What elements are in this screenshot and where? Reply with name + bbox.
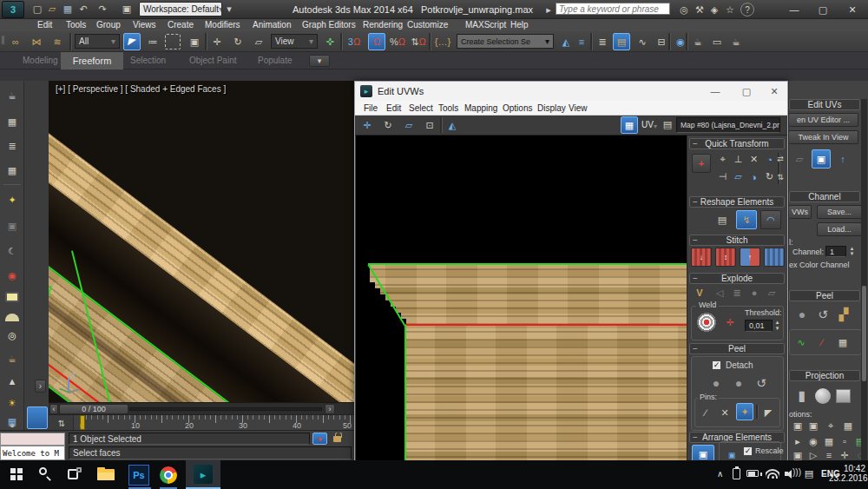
project-folder-icon[interactable]: ▣ [120,2,134,16]
channel-value-field[interactable]: 1 [825,246,846,257]
snaps-toggle-icon[interactable]: 3Ω [345,33,363,50]
pin-select-tool-icon[interactable]: ◤ [760,405,776,420]
rescale-checkbox[interactable]: ✓ [743,446,753,456]
key-steps-icon[interactable]: ⇅ [52,416,71,430]
trackbar-ruler[interactable]: 0 10 20 30 40 50 [73,415,354,431]
misc-tool-icon-4[interactable]: ▫ [838,435,852,447]
menu-maxscript[interactable]: MAXScript [464,20,507,30]
unlink-selection-icon[interactable]: ⋈ [28,33,45,50]
qt-align-to-edge-icon[interactable]: ⊣ [715,169,730,184]
maxscript-mini-listener[interactable]: Welcome to M [0,446,65,460]
detach-checkbox[interactable]: ✓ [712,360,721,370]
named-selection-sets-dropdown[interactable]: Create Selection Se ▾ [457,34,554,49]
align-icon[interactable]: ≡ [573,33,590,50]
uvw-rotate-icon[interactable]: ↻ [379,116,397,134]
peel-mode-icon[interactable]: ● [707,373,726,393]
workspace-menu-icon[interactable]: ▾ [224,3,234,15]
time-slider-handle[interactable]: 0 / 100 [59,404,128,414]
misc-tool-icon-3[interactable]: ▦ [822,435,836,447]
pelt-map-icon[interactable]: ▞ [834,305,853,324]
rollout-quick-transform[interactable]: −Quick Transform [689,138,785,149]
next-frame-button[interactable]: › [325,404,335,414]
menu-create[interactable]: Create [167,20,194,30]
qt-linear-align-icon[interactable]: ✕ [746,152,761,167]
menu-modifiers[interactable]: Modifiers [204,20,241,30]
taskbar-search-button[interactable] [38,466,54,482]
task-view-button[interactable] [68,467,82,481]
uvw-move-icon[interactable]: ✛ [358,116,376,134]
usb-device-icon[interactable] [733,468,740,479]
menu-help[interactable]: Help [510,20,529,30]
align-gizmo-icon[interactable]: ⌖ [824,420,838,432]
uv-transform-icon[interactable]: ▱ [791,149,808,169]
peel-mode-icon[interactable]: ● [792,305,812,324]
viewport-pov-menu[interactable]: [ Perspective ] [68,84,122,94]
misc-tool-icon-9[interactable]: ✛ [838,449,852,461]
perspective-viewport[interactable]: [+] [ Perspective ] [ Shaded + Edged Fac… [49,81,354,402]
rollout-reshape-elements[interactable]: −Reshape Elements [689,196,785,208]
edit-named-selection-sets-icon[interactable]: {…} [432,33,453,50]
misc-tool-icon-2[interactable]: ◉ [806,435,820,447]
menu-rendering[interactable]: Rendering [362,20,404,30]
misc-tool-icon-6[interactable]: ▣ [791,449,805,461]
edge-seam-icon[interactable]: ∕ [813,334,831,351]
3dsmax-taskbar-button-active[interactable]: ▸ [186,460,220,489]
reset-peel-icon[interactable]: ↺ [813,305,832,324]
pin-move-tool-icon[interactable]: ✦ [736,403,753,420]
ribbon-minimize-button[interactable]: ▾ [309,55,330,67]
previous-frame-button[interactable]: ‹ [49,404,58,414]
misc-tool-icon-1[interactable]: ▸ [791,435,805,447]
bind-to-space-warp-icon[interactable]: ≋ [49,33,66,50]
mirror-icon[interactable]: ◭ [557,33,575,50]
selection-filter-dropdown[interactable]: All ▾ [75,34,120,49]
panel-expand-button[interactable]: › [35,380,46,393]
uvw-menu-file[interactable]: File [364,103,378,113]
percent-snap-toggle-icon[interactable]: %Ω [389,33,406,50]
isolate-selection-toggle[interactable]: ● [312,433,327,445]
undo-icon[interactable]: ↶ [76,2,90,16]
qt-distribute-vertical-icon[interactable]: ⇅ [774,170,786,184]
select-and-scale-icon[interactable]: ▱ [250,33,267,50]
window-crossing-icon[interactable]: ▣ [186,33,203,50]
threshold-spinner[interactable]: ▴ ▾ [773,320,781,332]
load-uvs-button[interactable]: Load... [817,222,862,236]
menu-customize[interactable]: Customize [406,20,449,30]
wireframe-teapot-icon[interactable]: ☕ [3,350,21,367]
spinner-down-icon[interactable]: ▾ [848,250,856,256]
rollout-peel-panel[interactable]: Peel [789,290,860,301]
area-light-icon[interactable] [5,292,19,302]
uv-edit-mode-icon[interactable]: ▣ [812,149,831,169]
uvw-freeform-mode-icon[interactable]: ⊡ [421,116,438,134]
straighten-selection-icon[interactable]: ↯ [736,210,757,229]
photoshop-button[interactable]: Ps [128,465,149,486]
spinner-down-icon[interactable]: ▾ [773,325,781,332]
viewport-shading-menu[interactable]: [ Shaded + Edged Faces ] [125,84,226,94]
stitch-average-icon[interactable]: ↑ [740,248,760,267]
spherical-map-icon[interactable] [815,388,831,404]
uvw-options-list-icon[interactable]: ▤ [661,117,674,131]
channel-spinner[interactable]: ▴ ▾ [848,246,856,257]
menu-tools[interactable]: Tools [65,20,87,30]
search-go-icon[interactable]: ▸ [543,3,554,16]
omni-light-icon[interactable]: ◎ [3,327,21,344]
save-uvs-button[interactable]: Save... [817,205,862,219]
menu-views[interactable]: Views [132,20,157,30]
menu-edit[interactable]: Edit [36,20,53,30]
app-logo-button[interactable]: 3 [2,1,24,18]
reference-coordinate-dropdown[interactable]: View ▾ [271,34,318,49]
open-file-icon[interactable]: ▱ [45,2,59,16]
align-y-checkbox-icon[interactable]: ▣ [806,420,820,432]
qt-align-vertical-icon[interactable]: ⊥ [731,152,746,167]
target-weld-icon[interactable] [696,312,717,333]
rectangular-selection-region-icon[interactable] [165,34,181,50]
file-explorer-button[interactable] [97,467,116,482]
wifi-icon[interactable] [766,467,779,479]
uvw-menu-mapping[interactable]: Mapping [464,103,497,113]
render-setup-icon[interactable]: ☕ [689,33,707,50]
workspace-dropdown[interactable]: Workspace: Default ▾ [139,2,222,17]
tab-freeform[interactable]: Freeform [61,52,123,69]
rollout-stitch[interactable]: −Stitch [689,235,785,246]
stitch-target-icon[interactable] [764,248,785,267]
unpin-tool-icon[interactable]: ✕ [717,405,733,420]
schematic-view-icon[interactable]: ⊟ [653,33,670,50]
